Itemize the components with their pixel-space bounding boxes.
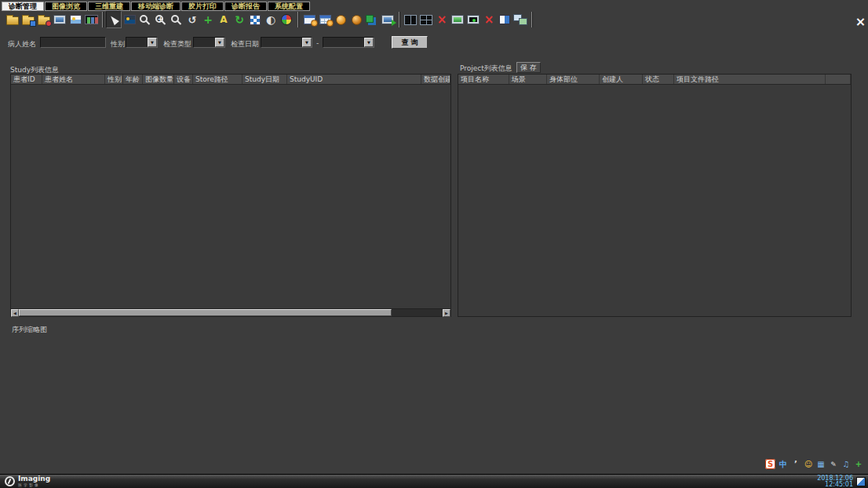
col-creator[interactable]: 创建人 (600, 75, 643, 84)
toolbar-separator (399, 12, 399, 27)
project-panel-title: Project列表信息 (460, 64, 512, 74)
ime-bar: S 中 ’ ☺ ▦ ✎ ♫ + (765, 459, 863, 469)
export-display-icon[interactable] (380, 11, 396, 28)
image-preview-icon[interactable] (122, 11, 137, 28)
close-series-icon[interactable]: × (434, 11, 450, 28)
col-device[interactable]: 设备 (174, 75, 193, 84)
col-study-date[interactable]: Study日期 (243, 75, 287, 84)
toolbar: + ↺ + A ↻ ◐ × × (5, 10, 535, 29)
zoom-in-tool-icon[interactable]: + (153, 11, 169, 28)
gender-select[interactable]: ▼ (126, 37, 158, 48)
refresh-icon[interactable]: ↻ (232, 11, 247, 28)
chevron-down-icon[interactable]: ▼ (302, 38, 312, 47)
brand-subtitle: 医学影像 (18, 483, 50, 487)
language-indicator-icon[interactable] (856, 477, 866, 486)
side-panel-icon[interactable] (497, 11, 512, 28)
rotate-tool-icon[interactable]: ↺ (184, 11, 200, 28)
taskbar-time: 12:45:01 (817, 482, 853, 488)
col-project-name[interactable]: 项目名称 (458, 75, 509, 84)
save-button[interactable]: 保 存 (516, 62, 541, 73)
project-table: 项目名称 场景 身体部位 创建人 状态 项目文件路径 (458, 74, 852, 317)
save-study-folder-icon[interactable] (20, 11, 36, 28)
col-body-part[interactable]: 身体部位 (547, 75, 600, 84)
close-study-icon[interactable]: × (481, 11, 497, 28)
imaging-logo-icon (5, 476, 15, 486)
pan-tool-icon[interactable]: + (200, 11, 216, 28)
study-table-header: 患者ID 患者姓名 性别 年龄 图像数量 设备 Store路径 Study日期 … (11, 75, 450, 85)
brand-logo: Imaging 医学影像 (5, 475, 50, 487)
scroll-right-icon[interactable]: ▶ (443, 309, 450, 317)
toolbar-separator (297, 12, 298, 27)
exam-type-select[interactable]: ▼ (193, 37, 225, 48)
network-icon[interactable] (512, 11, 528, 28)
voice-icon[interactable]: ♫ (841, 459, 851, 469)
project-table-header: 项目名称 场景 身体部位 创建人 状态 项目文件路径 (458, 75, 851, 85)
chevron-down-icon[interactable]: ▼ (364, 38, 374, 47)
import-study-folder-icon[interactable] (36, 11, 52, 28)
annotation-tool-icon[interactable]: A (216, 11, 232, 28)
col-study-uid[interactable]: StudyUID (287, 75, 421, 84)
input-mode-icon[interactable]: 中 (779, 459, 788, 469)
study-hscrollbar[interactable]: ◀ ▶ (11, 308, 450, 316)
layout-grid-icon[interactable] (418, 11, 434, 28)
exam-date-label: 检查日期 (231, 39, 259, 49)
thumbnail-area (10, 333, 852, 472)
col-patient-name[interactable]: 患者姓名 (42, 75, 105, 84)
pointer-tool-icon[interactable] (106, 11, 122, 28)
col-empty (826, 75, 851, 84)
emoji-icon[interactable]: ☺ (804, 459, 813, 469)
image-browse-icon[interactable] (67, 11, 83, 28)
col-status[interactable]: 状态 (643, 75, 674, 84)
col-store-path[interactable]: Store路径 (193, 75, 243, 84)
zoom-roam-tool-icon[interactable] (169, 11, 184, 28)
scroll-track[interactable] (19, 309, 443, 317)
sogou-icon[interactable]: S (765, 459, 775, 469)
col-scene[interactable]: 场景 (509, 75, 547, 84)
series-stack-icon[interactable] (364, 11, 380, 28)
keyboard-icon[interactable]: ▦ (816, 459, 826, 469)
coin-icon[interactable] (348, 11, 364, 28)
study-table: 患者ID 患者姓名 性别 年龄 图像数量 设备 Store路径 Study日期 … (10, 74, 451, 317)
display-monitor-icon[interactable] (52, 11, 67, 28)
clock-coin-icon[interactable] (333, 11, 348, 28)
exam-type-label: 检查类型 (163, 39, 191, 49)
window-level-icon[interactable]: ◐ (263, 11, 279, 28)
filmstrip-icon[interactable] (83, 11, 99, 28)
project-table-body[interactable] (458, 85, 851, 316)
monitor-active-icon[interactable] (450, 11, 465, 28)
punctuation-icon[interactable]: ’ (791, 459, 801, 469)
monitor-record-icon[interactable] (465, 11, 481, 28)
open-folder-icon[interactable] (5, 11, 20, 28)
pseudo-color-icon[interactable] (279, 11, 294, 28)
toolbar-separator (531, 12, 532, 27)
app-window: 诊断管理 图像浏览 三维重建 移动端诊断 胶片打印 诊断报告 系统配置 × + … (0, 0, 868, 488)
col-image-count[interactable]: 图像数量 (143, 75, 174, 84)
window-history-icon[interactable] (301, 11, 317, 28)
mosaic-layout-icon[interactable] (247, 11, 263, 28)
query-button[interactable]: 查 询 (392, 36, 428, 49)
layout-two-pane-icon[interactable] (403, 11, 418, 28)
taskbar: Imaging 医学影像 2018.12.06 12:45:01 (0, 474, 868, 488)
gender-label: 性别 (111, 39, 125, 49)
toolbar-separator (102, 12, 103, 27)
chevron-down-icon[interactable]: ▼ (148, 38, 157, 47)
patient-name-input[interactable] (40, 37, 106, 48)
scroll-thumb[interactable] (19, 309, 392, 316)
exam-date-to-select[interactable]: ▼ (323, 37, 374, 48)
col-patient-id[interactable]: 患者ID (11, 75, 42, 84)
exam-date-from-select[interactable]: ▼ (261, 37, 312, 48)
grid-history-icon[interactable] (317, 11, 333, 28)
handwriting-icon[interactable]: ✎ (829, 459, 838, 469)
col-project-file-path[interactable]: 项目文件路径 (674, 75, 826, 84)
study-table-body[interactable] (11, 85, 450, 308)
chevron-down-icon[interactable]: ▼ (215, 38, 224, 47)
toolbox-icon[interactable]: + (854, 459, 863, 469)
col-gender[interactable]: 性别 (105, 75, 123, 84)
scroll-left-icon[interactable]: ◀ (11, 309, 19, 317)
date-range-separator: - (316, 39, 319, 47)
close-icon[interactable]: × (855, 16, 866, 28)
col-data-created[interactable]: 数据创建 (421, 75, 450, 84)
col-age[interactable]: 年龄 (123, 75, 143, 84)
zoom-tool-icon[interactable] (137, 11, 153, 28)
patient-name-label: 病人姓名 (8, 39, 36, 49)
